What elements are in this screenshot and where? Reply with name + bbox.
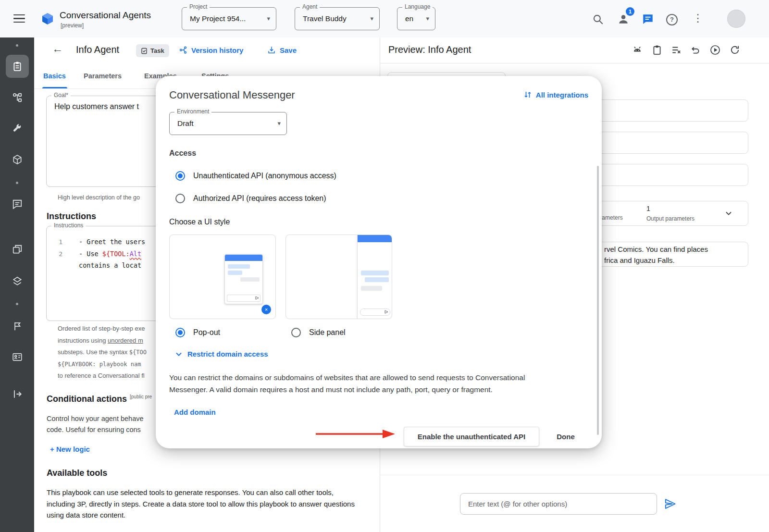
save-button[interactable]: Save [267,46,297,54]
clear-conversation-icon[interactable] [671,45,682,55]
page-title: Info Agent [76,44,119,55]
radio-label: Pop-out [193,328,220,337]
dialog-scrollbar[interactable] [597,166,599,435]
code-line: - Greet the users [79,238,145,246]
expand-panel-icon[interactable] [0,383,34,406]
sidebar-item-playbooks[interactable] [0,55,34,78]
radio-selected-icon [175,328,185,337]
code-token: Alt [130,250,141,258]
radio-label: Side panel [309,328,346,337]
helper-line: substeps. Use the syntax [58,348,129,356]
nav-section-dot [16,182,18,184]
preview-title: Preview: Info Agent [388,44,471,55]
access-heading: Access [169,149,196,158]
menu-icon[interactable] [13,14,25,23]
available-tools-text: This playbook can use selected tools to … [47,487,358,521]
preview-input-container [460,493,657,515]
conversational-messenger-dialog: Conversational Messenger All integration… [156,76,602,448]
preview-toolbar-divider [380,63,769,63]
code-token: ${TOOL: [102,250,130,258]
language-select[interactable]: Language en ▾ [397,7,435,30]
radio-sidepanel[interactable]: Side panel [291,328,346,337]
app-subtitle: [preview] [61,22,84,29]
code-line-number: 1 [50,238,62,246]
preview-text-input[interactable] [460,494,657,514]
save-icon [267,46,276,54]
radio-unauthenticated-api[interactable]: Unauthenticated API (anonymous access) [175,171,336,181]
enable-unauthenticated-api-button[interactable]: Enable the unauthenticated API [404,427,539,446]
output-parameters-label: Output parameters [646,215,695,222]
helper-code: ${PLAYBOOK: playbook nam [58,361,141,368]
help-icon[interactable]: ? [666,14,678,25]
tab-basics[interactable]: Basics [43,72,66,80]
agent-robot-icon[interactable] [632,44,643,56]
instructions-heading: Instructions [47,211,96,222]
app-title: Conversational Agents [60,10,151,21]
sidebar-item-datasets[interactable] [0,270,34,293]
restrict-link-label: Restrict domain access [187,350,268,358]
restrict-domain-access-toggle[interactable]: Restrict domain access [175,350,268,358]
undo-icon[interactable] [690,45,701,55]
avatar[interactable] [727,10,745,28]
sidebar-item-generators[interactable] [0,315,34,338]
nav-section-dot [16,303,18,305]
app-root: Conversational Agents [preview] Project … [0,0,769,532]
conditional-actions-text: Control how your agent behave code. Usef… [47,413,144,435]
code-text: - Greet the users [79,238,145,246]
radio-popout[interactable]: Pop-out [175,328,220,337]
sidebar-item-entities[interactable] [0,148,34,171]
available-tools-heading: Available tools [47,468,107,478]
sidebar-item-conversations[interactable] [0,193,34,216]
all-integrations-link[interactable]: All integrations [523,90,588,99]
copy-conversation-icon[interactable] [652,45,662,55]
play-icon[interactable] [709,44,721,56]
chevron-down-icon: ▾ [267,8,270,30]
chat-feedback-icon[interactable] [642,13,654,25]
sidebar-item-tools[interactable] [0,117,34,140]
instructions-helper-text: Ordered list of step-by-step exe instruc… [58,323,147,382]
project-select[interactable]: Project My Project 954... ▾ [182,7,276,30]
preview-toolbar [632,44,740,56]
helper-code: ${TOO [129,349,147,356]
agent-select-value: Travel Buddy [303,8,347,30]
search-icon[interactable] [592,13,604,25]
expand-parameters-icon[interactable] [724,209,733,218]
goal-helper-text: High level description of the go [58,194,140,201]
radio-authorized-api[interactable]: Authorized API (requires access token) [175,194,326,203]
sidepanel-style-card[interactable] [285,235,392,319]
goal-value: Help customers answer t [54,102,139,111]
back-button[interactable]: ← [52,42,63,55]
chat-close-icon: × [261,305,271,314]
markdown-link[interactable]: unordered m [108,337,143,344]
nav-section-dot [16,44,18,47]
left-nav [0,37,34,532]
agent-message-text: rvel Comics. You can find places frica a… [604,244,708,266]
code-line: - Use ${TOOL:Alt [79,250,141,258]
done-button[interactable]: Done [550,427,582,446]
text-line: code. Useful for ensuring cons [47,424,144,435]
conditional-actions-heading: Conditional actions[public pre [47,394,152,404]
popout-mockup [224,254,263,304]
sidebar-item-pages[interactable] [0,238,34,261]
tab-parameters[interactable]: Parameters [84,72,122,80]
popout-style-card[interactable]: × [169,235,276,319]
language-select-value: en [405,8,413,30]
agent-select[interactable]: Agent Travel Buddy ▾ [295,7,380,30]
add-domain-button[interactable]: Add domain [174,408,216,416]
new-logic-button[interactable]: + New logic [50,445,90,453]
version-history-button[interactable]: Version history [179,46,243,54]
restart-icon[interactable] [730,45,740,55]
send-icon[interactable] [664,497,677,510]
task-badge: Task [136,44,169,57]
message-line: rvel Comics. You can find places [604,244,708,255]
helper-line: Ordered list of step-by-step exe [58,325,145,332]
dialog-title: Conversational Messenger [169,89,295,101]
notification-badge: 1 [626,7,634,16]
radio-unselected-icon [291,328,301,337]
version-history-icon [179,46,187,54]
environment-select[interactable]: Environment Draft ▾ [169,112,287,135]
save-label: Save [280,46,297,54]
sidebar-item-contacts[interactable] [0,346,34,369]
sidebar-item-flows[interactable] [0,86,34,109]
more-options-icon[interactable]: ⋮ [693,12,703,25]
